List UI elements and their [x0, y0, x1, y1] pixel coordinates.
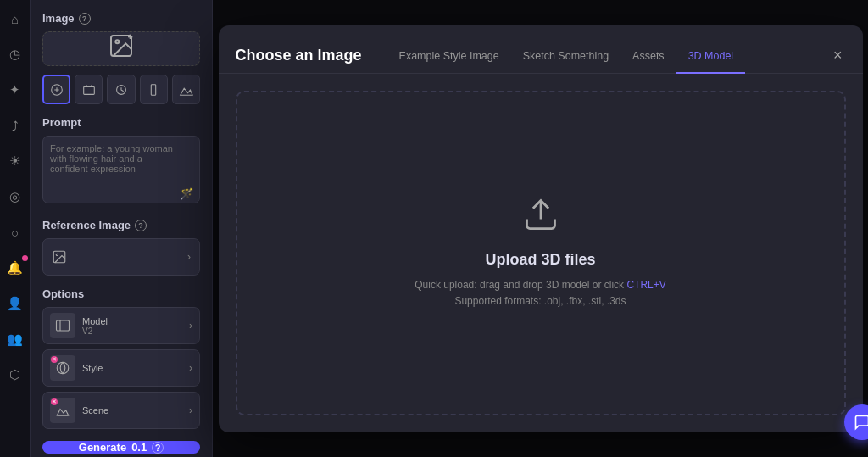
- users-icon[interactable]: 👥: [5, 329, 25, 349]
- wand-icon[interactable]: 🪄: [180, 187, 193, 200]
- style-option-row[interactable]: ✕ Style ›: [42, 349, 200, 387]
- style-chevron-icon: ›: [189, 362, 192, 374]
- chart-icon[interactable]: ⤴: [5, 115, 25, 136]
- reference-chevron-icon: ›: [187, 251, 191, 263]
- modal-close-button[interactable]: ×: [830, 47, 846, 64]
- options-section: Options Model V2 › ✕ Style: [42, 287, 200, 434]
- model-thumb: [50, 313, 75, 338]
- thumb-5[interactable]: [172, 75, 200, 104]
- upload-title: Upload 3D files: [485, 251, 595, 269]
- svg-rect-11: [57, 320, 70, 331]
- image-section-title: Image ?: [42, 12, 200, 25]
- generate-label: Generate: [79, 441, 126, 454]
- thumbnail-row: [42, 75, 200, 104]
- tab-3d-model[interactable]: 3D Model: [676, 40, 746, 74]
- modal-tabs: Example Style Image Sketch Something Ass…: [387, 39, 813, 73]
- tab-example-style[interactable]: Example Style Image: [387, 40, 511, 74]
- thumb-2[interactable]: [75, 75, 103, 104]
- svg-rect-6: [84, 86, 95, 94]
- scene-dot: ✕: [51, 398, 58, 405]
- modal-box: Choose an Image Example Style Image Sket…: [219, 25, 863, 432]
- circle-icon[interactable]: ○: [5, 222, 25, 242]
- tab-sketch[interactable]: Sketch Something: [511, 40, 620, 74]
- generate-button[interactable]: Generate 0.1 ?: [42, 441, 200, 454]
- upload-hint: Quick upload: drag and drop 3D model or …: [415, 277, 666, 309]
- prompt-input[interactable]: [42, 136, 200, 203]
- model-label: Model V2: [82, 316, 108, 336]
- generate-version: 0.1: [131, 441, 147, 454]
- reference-icon: [52, 249, 67, 265]
- scene-option-row[interactable]: ✕ Scene ›: [42, 392, 200, 429]
- prompt-wrap: 🪄: [42, 136, 200, 207]
- reference-section: Reference Image ? ›: [42, 219, 200, 276]
- thumb-3[interactable]: [107, 75, 135, 104]
- model-option-left: Model V2: [50, 313, 108, 338]
- svg-point-10: [56, 254, 58, 255]
- bell-icon[interactable]: 🔔: [5, 258, 25, 278]
- upload-zone[interactable]: Upload 3D files Quick upload: drag and d…: [236, 91, 846, 415]
- options-title: Options: [42, 287, 200, 300]
- svg-point-12: [57, 362, 69, 374]
- bulb-icon[interactable]: ☀: [5, 151, 25, 171]
- reference-row[interactable]: ›: [42, 238, 200, 276]
- modal-header: Choose an Image Example Style Image Sket…: [219, 25, 863, 74]
- prompt-title: Prompt: [42, 116, 200, 129]
- scene-thumb: ✕: [50, 398, 75, 423]
- thumb-4[interactable]: [140, 75, 168, 104]
- bell-badge: [22, 255, 28, 261]
- upload-shortcut: CTRL+V: [626, 279, 665, 291]
- svg-point-1: [115, 40, 119, 43]
- style-option-left: ✕ Style: [50, 355, 103, 381]
- modal-body: Upload 3D files Quick upload: drag and d…: [219, 74, 863, 432]
- compass-icon[interactable]: ◎: [5, 187, 25, 207]
- image-upload-icon: [108, 32, 135, 65]
- prompt-section: Prompt 🪄: [42, 116, 200, 207]
- tab-assets[interactable]: Assets: [620, 40, 676, 74]
- sidebar-nav: ⌂ ◷ ✦ ⤴ ☀ ◎ ○ 🔔 👤 👥 ⬡: [0, 0, 31, 457]
- model-chevron-icon: ›: [189, 320, 192, 332]
- scene-option-left: ✕ Scene: [50, 398, 108, 423]
- style-dot: ✕: [51, 356, 58, 363]
- svg-rect-8: [152, 84, 156, 95]
- main-content: Choose an Image Example Style Image Sket…: [213, 0, 868, 457]
- image-help-icon[interactable]: ?: [79, 13, 91, 25]
- reference-title: Reference Image ?: [42, 219, 200, 231]
- generate-help-icon: ?: [152, 442, 164, 454]
- reference-help-icon[interactable]: ?: [135, 220, 147, 231]
- user-icon[interactable]: 👤: [5, 293, 25, 314]
- box-icon[interactable]: ⬡: [5, 365, 25, 385]
- model-option-row[interactable]: Model V2 ›: [42, 307, 200, 344]
- image-upload-area[interactable]: [42, 31, 200, 66]
- star-icon[interactable]: ✦: [5, 80, 25, 100]
- thumb-1[interactable]: [42, 75, 70, 104]
- time-icon[interactable]: ◷: [5, 44, 25, 64]
- upload-icon: [522, 196, 559, 241]
- scene-chevron-icon: ›: [189, 404, 192, 416]
- modal-overlay: Choose an Image Example Style Image Sket…: [213, 0, 868, 457]
- style-label: Style: [82, 363, 103, 373]
- left-panel: Image ?: [31, 0, 213, 457]
- modal-title: Choose an Image: [236, 47, 362, 64]
- style-thumb: ✕: [50, 355, 75, 381]
- scene-label: Scene: [82, 405, 108, 415]
- home-icon[interactable]: ⌂: [5, 8, 25, 29]
